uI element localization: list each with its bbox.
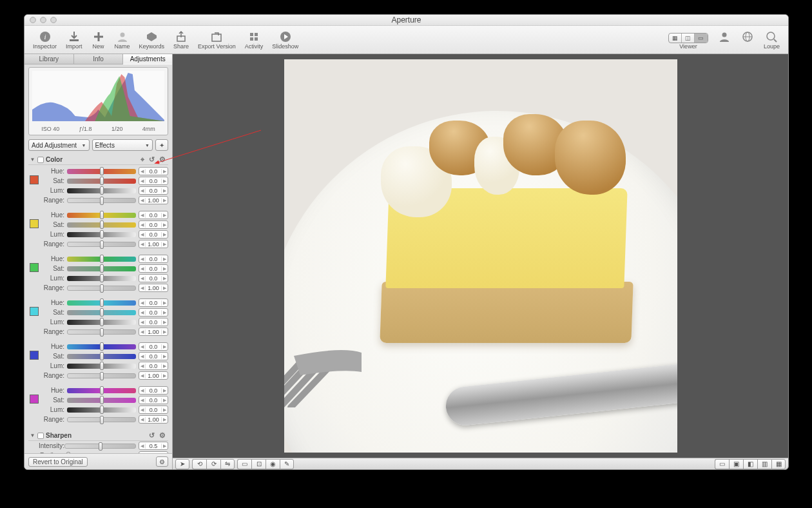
- gear-icon[interactable]: ⚙︎: [158, 431, 167, 440]
- slider-track[interactable]: [67, 276, 136, 281]
- slider-track[interactable]: [67, 232, 136, 237]
- stepper-left-icon[interactable]: ◀: [139, 222, 146, 228]
- stepper-right-icon[interactable]: ▶: [161, 232, 168, 237]
- stepper-right-icon[interactable]: ▶: [161, 213, 168, 218]
- stepper-left-icon[interactable]: ◀: [139, 310, 146, 315]
- share-button[interactable]: Share: [169, 26, 193, 54]
- value-stepper[interactable]: ◀1.00▶: [139, 196, 168, 204]
- stepper-right-icon[interactable]: ▶: [161, 276, 168, 281]
- stepper-right-icon[interactable]: ▶: [161, 417, 168, 422]
- stepper-right-icon[interactable]: ▶: [161, 444, 168, 449]
- add-adjustment-dropdown[interactable]: Add Adjustment ▼: [28, 139, 90, 151]
- stepper-left-icon[interactable]: ◀: [139, 266, 146, 271]
- value-stepper[interactable]: ◀0.0▶: [139, 405, 168, 414]
- value-stepper[interactable]: ◀0.0▶: [139, 220, 168, 229]
- disclosure-triangle-icon[interactable]: ▼: [30, 433, 35, 438]
- stepper-right-icon[interactable]: ▶: [161, 364, 168, 369]
- stepper-left-icon[interactable]: ◀: [139, 232, 146, 237]
- action-menu-button[interactable]: ⚙︎: [156, 456, 168, 467]
- stepper-right-icon[interactable]: ▶: [161, 388, 168, 393]
- stepper-left-icon[interactable]: ◀: [139, 179, 146, 184]
- slider-track[interactable]: [67, 188, 136, 193]
- rotate-cw-button[interactable]: ⟳: [206, 459, 220, 469]
- color-enable-checkbox[interactable]: [37, 157, 44, 163]
- disclosure-triangle-icon[interactable]: ▼: [30, 157, 35, 162]
- slider-track[interactable]: [67, 257, 136, 262]
- stack-button[interactable]: ▥: [757, 459, 771, 469]
- slider-track[interactable]: [67, 310, 136, 315]
- stepper-right-icon[interactable]: ▶: [161, 169, 168, 174]
- selection-tool-button[interactable]: ➤: [175, 459, 189, 469]
- value-stepper[interactable]: ◀1.00▶: [139, 371, 168, 380]
- title-bar[interactable]: Aperture: [24, 15, 788, 26]
- slider-track[interactable]: [67, 198, 136, 203]
- slider-track[interactable]: [67, 344, 136, 349]
- stepper-right-icon[interactable]: ▶: [161, 266, 168, 271]
- value-stepper[interactable]: ◀1.00▶: [139, 327, 168, 336]
- viewer-grid-icon[interactable]: ▦: [669, 34, 682, 43]
- value-stepper[interactable]: ◀1.00▶: [139, 240, 168, 248]
- stepper-left-icon[interactable]: ◀: [139, 169, 146, 174]
- slider-track[interactable]: [67, 213, 136, 218]
- value-stepper[interactable]: ◀1.00▶: [139, 415, 168, 424]
- eyedropper-icon[interactable]: ⌖: [139, 155, 146, 164]
- stepper-right-icon[interactable]: ▶: [161, 329, 168, 335]
- intensity-slider[interactable]: [64, 444, 136, 449]
- show-master-button[interactable]: ▣: [729, 459, 743, 469]
- stepper-left-icon[interactable]: ◀: [139, 198, 146, 203]
- stepper-right-icon[interactable]: ▶: [161, 407, 168, 413]
- slider-track[interactable]: [67, 364, 136, 369]
- slider-track[interactable]: [67, 407, 136, 413]
- export-version-button[interactable]: Export Version: [193, 26, 240, 54]
- stepper-right-icon[interactable]: ▶: [161, 453, 168, 454]
- rotate-ccw-button[interactable]: ⟲: [192, 459, 206, 469]
- color-swatch[interactable]: [30, 263, 39, 272]
- viewer-single-icon[interactable]: ▭: [695, 34, 708, 43]
- keywords-button[interactable]: Keywords: [135, 26, 169, 54]
- color-swatch[interactable]: [30, 307, 39, 316]
- value-stepper[interactable]: ◀0.0▶: [139, 255, 168, 263]
- stepper-right-icon[interactable]: ▶: [161, 286, 168, 291]
- color-swatch[interactable]: [30, 175, 39, 184]
- stepper-right-icon[interactable]: ▶: [161, 398, 168, 403]
- canvas[interactable]: [173, 54, 788, 458]
- stepper-left-icon[interactable]: ◀: [139, 276, 146, 281]
- color-swatch[interactable]: [30, 351, 39, 360]
- stepper-left-icon[interactable]: ◀: [139, 257, 146, 262]
- value-stepper[interactable]: ◀0.0▶: [139, 362, 168, 370]
- stepper-left-icon[interactable]: ◀: [139, 188, 146, 193]
- sharpen-section-header[interactable]: ▼ Sharpen ↺ ⚙︎: [28, 431, 168, 441]
- reset-icon[interactable]: ↺: [148, 431, 156, 440]
- stepper-left-icon[interactable]: ◀: [139, 417, 146, 422]
- value-stepper[interactable]: ◀0.0▶: [139, 274, 168, 282]
- slider-track[interactable]: [67, 388, 136, 393]
- color-swatch[interactable]: [30, 395, 39, 404]
- tab-info[interactable]: Info: [74, 54, 124, 64]
- value-stepper[interactable]: ◀0.0▶: [139, 167, 168, 175]
- slider-track[interactable]: [67, 417, 136, 422]
- straighten-button[interactable]: ▭: [237, 459, 251, 469]
- import-button[interactable]: Import: [61, 26, 87, 54]
- color-section-header[interactable]: ▼ Color ⌖ ↺ ⚙︎: [28, 155, 168, 165]
- redeye-button[interactable]: ◉: [266, 459, 280, 469]
- effects-dropdown[interactable]: Effects ▼: [92, 139, 153, 151]
- reset-icon[interactable]: ↺: [148, 155, 156, 164]
- value-stepper[interactable]: ◀0.0▶: [139, 342, 168, 351]
- stepper-left-icon[interactable]: ◀: [139, 373, 146, 378]
- stepper-right-icon[interactable]: ▶: [161, 242, 168, 247]
- value-stepper[interactable]: ◀0.0▶: [139, 264, 168, 273]
- value-stepper[interactable]: ◀0.0▶: [139, 298, 168, 307]
- value-stepper[interactable]: ◀0.0▶: [139, 230, 168, 239]
- slider-track[interactable]: [67, 329, 136, 335]
- name-button[interactable]: Name: [110, 26, 135, 54]
- sharpen-enable-checkbox[interactable]: [37, 433, 44, 439]
- slider-track[interactable]: [67, 222, 136, 228]
- color-swatch[interactable]: [30, 219, 39, 228]
- zoom-button[interactable]: ▦: [771, 459, 786, 469]
- value-stepper[interactable]: ◀0.0▶: [139, 186, 168, 195]
- stepper-right-icon[interactable]: ▶: [161, 320, 168, 325]
- slider-track[interactable]: [67, 286, 136, 291]
- inspector-button[interactable]: iInspector: [28, 26, 61, 54]
- stepper-right-icon[interactable]: ▶: [161, 310, 168, 315]
- compare-button[interactable]: ◧: [743, 459, 757, 469]
